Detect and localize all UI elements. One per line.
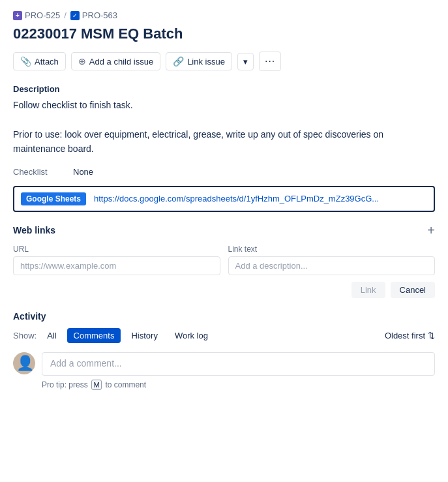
web-links-title: Web links <box>13 225 55 235</box>
comment-placeholder: Add a comment... <box>50 358 122 369</box>
toolbar: 📎 Attach ⊕ Add a child issue 🔗 Link issu… <box>13 52 435 71</box>
filter-all-button[interactable]: All <box>40 328 63 343</box>
breadcrumb-pro525[interactable]: + PRO-525 <box>13 10 60 20</box>
link-issue-label: Link issue <box>187 57 225 67</box>
add-child-label: Add a child issue <box>89 57 153 67</box>
add-child-issue-button[interactable]: ⊕ Add a child issue <box>71 52 160 70</box>
link-text-label: Link text <box>228 245 436 254</box>
breadcrumb-pro525-label: PRO-525 <box>25 10 60 20</box>
sort-label: Oldest first <box>385 331 425 340</box>
avatar <box>13 352 35 374</box>
page-title: 02230017 MSM EQ Batch <box>13 25 435 42</box>
pro563-icon: ✓ <box>70 11 80 20</box>
attach-label: Attach <box>35 57 59 67</box>
show-label: Show: <box>13 331 37 340</box>
description-label: Description <box>13 84 435 94</box>
web-links-add-button[interactable]: + <box>427 224 435 237</box>
filter-history-button[interactable]: History <box>125 328 164 343</box>
pro-tip: Pro tip: press M to comment <box>42 380 435 390</box>
link-text-form-group: Link text <box>228 245 436 275</box>
link-issue-button[interactable]: 🔗 Link issue <box>166 52 232 70</box>
dropdown-arrow-icon: ▾ <box>243 57 248 67</box>
breadcrumb-pro563-label: PRO-563 <box>82 10 117 20</box>
breadcrumb-divider: / <box>64 10 67 20</box>
comment-row: Add a comment... <box>13 352 435 376</box>
google-sheets-link[interactable]: https://docs.google.com/spreadsheets/d/1… <box>94 194 379 203</box>
pro-tip-key: M <box>91 380 102 390</box>
sort-icon: ⇅ <box>428 331 435 340</box>
checklist-label: Checklist <box>13 167 65 177</box>
cancel-button[interactable]: Cancel <box>391 282 435 298</box>
url-label: URL <box>13 245 220 254</box>
sort-button[interactable]: Oldest first ⇅ <box>385 331 435 340</box>
pro525-icon: + <box>13 11 22 20</box>
web-links-form: URL Link text <box>13 245 435 275</box>
link-button[interactable]: Link <box>351 282 385 298</box>
avatar-image <box>13 352 35 374</box>
google-sheets-badge: Google Sheets <box>21 192 86 205</box>
description-line1: Follow checklist to finish task. <box>13 98 435 112</box>
link-icon: 🔗 <box>173 56 184 67</box>
activity-section: Activity Show: All Comments History Work… <box>13 311 435 390</box>
attach-icon: 📎 <box>20 56 31 67</box>
web-links-header: Web links + <box>13 224 435 237</box>
filter-comments-button[interactable]: Comments <box>67 328 121 343</box>
breadcrumb: + PRO-525 / ✓ PRO-563 <box>13 10 435 20</box>
more-icon: ··· <box>265 55 275 67</box>
activity-filters: Show: All Comments History Work log Olde… <box>13 328 435 343</box>
activity-filters-left: Show: All Comments History Work log <box>13 328 215 343</box>
link-text-input[interactable] <box>228 256 436 275</box>
pro-tip-suffix: to comment <box>105 380 146 389</box>
toolbar-dropdown-button[interactable]: ▾ <box>237 53 254 70</box>
activity-title: Activity <box>13 311 435 322</box>
url-input[interactable] <box>13 256 220 275</box>
filter-worklog-button[interactable]: Work log <box>168 328 215 343</box>
form-actions: Link Cancel <box>13 282 435 298</box>
toolbar-more-button[interactable]: ··· <box>259 52 281 71</box>
checklist-row: Checklist None <box>13 167 435 177</box>
comment-input[interactable]: Add a comment... <box>42 352 435 376</box>
google-sheets-row: Google Sheets https://docs.google.com/sp… <box>13 186 435 212</box>
pro-tip-text: Pro tip: press <box>42 380 88 389</box>
add-child-icon: ⊕ <box>78 56 86 67</box>
attach-button[interactable]: 📎 Attach <box>13 52 66 70</box>
description-content: Follow checklist to finish task. Prior t… <box>13 98 435 157</box>
url-form-group: URL <box>13 245 220 275</box>
description-line2: Prior to use: look over equipment, elect… <box>13 127 435 157</box>
breadcrumb-pro563[interactable]: ✓ PRO-563 <box>70 10 117 20</box>
checklist-value: None <box>73 167 93 177</box>
